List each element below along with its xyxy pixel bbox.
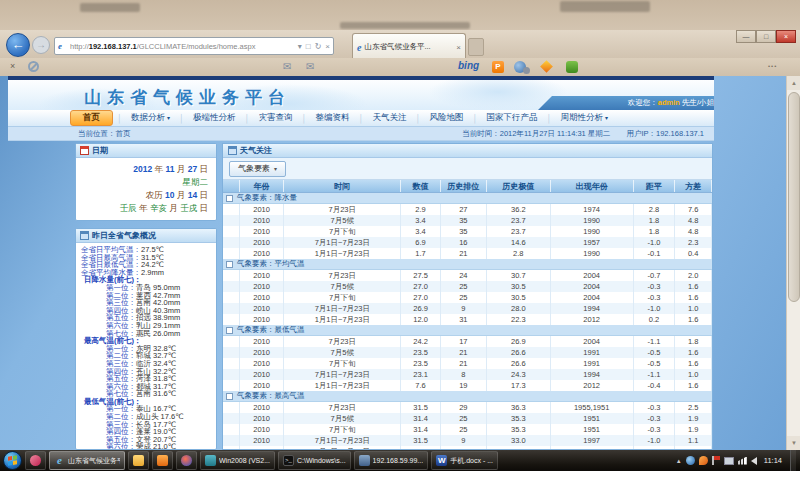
taskbar-button-pink[interactable] [25, 451, 46, 470]
column-header: 数值 [401, 180, 440, 192]
table-row[interactable]: 20107月23日2.92736.219742.87.6 [223, 204, 712, 215]
forward-button[interactable]: → [32, 36, 50, 54]
table-cell: 1.0 [675, 303, 712, 314]
table-row[interactable]: 20107月5候27.02530.52004-0.31.6 [223, 281, 712, 292]
taskbar-button-vm[interactable]: Win2008 (VS2... [200, 451, 275, 470]
url-text[interactable]: http://192.168.137.1/GLCCLIMATE/modules/… [70, 42, 294, 51]
table-row[interactable]: 20101月1日~7月23日1.7212.81990-0.10.4 [223, 248, 712, 259]
tab-close-icon[interactable]: × [456, 43, 461, 52]
date-segment: 10 [165, 190, 174, 200]
date-segment: 壬戌 [180, 203, 197, 213]
minimize-button[interactable]: — [736, 30, 756, 43]
browser-tab[interactable]: e 山东省气候业务平... × [352, 33, 466, 60]
nav-item-0[interactable]: 首页 [70, 110, 113, 126]
volume-icon[interactable] [751, 457, 757, 465]
nav-item-3[interactable]: 灾害查询 [250, 112, 302, 124]
community-icon[interactable] [566, 61, 578, 73]
compatibility-icon[interactable]: □ [306, 42, 311, 51]
start-button[interactable] [3, 451, 22, 470]
table-cell: 3.4 [401, 226, 440, 237]
table-group-row[interactable]: 气象要素：降水量 [223, 193, 712, 204]
send-mail-icon[interactable]: ✉ [306, 61, 314, 72]
table-row[interactable]: 20107月23日24.21726.92004-1.11.8 [223, 336, 712, 347]
action-center-flag-icon[interactable] [712, 456, 720, 465]
table-cell: 25 [441, 413, 487, 424]
nav-item-1[interactable]: 数据分析▾ [122, 112, 179, 124]
refresh-icon[interactable]: ↻ [315, 42, 322, 51]
table-cell: 2.8 [487, 248, 551, 259]
scroll-up-icon[interactable]: ▲ [787, 76, 800, 90]
table-row[interactable]: 20107月1日~7月23日6.91614.61957-1.02.3 [223, 237, 712, 248]
toolbar-close-icon[interactable]: × [10, 61, 15, 71]
toolbar-app-icon[interactable]: P [492, 61, 504, 73]
nav-item-5[interactable]: 天气关注 [364, 112, 416, 124]
taskbar-button-cmd[interactable]: >_C:\Windows\s... [278, 451, 351, 470]
table-row[interactable]: 20107月下旬31.42535.31951-0.31.9 [223, 424, 712, 435]
table-row[interactable]: 20101月1日~7月23日7.61917.32012-0.41.6 [223, 380, 712, 391]
taskbar-button-ie[interactable]: e山东省气候业务平... [49, 451, 125, 470]
scroll-down-icon[interactable]: ▼ [787, 436, 800, 450]
table-row[interactable]: 20107月1日~7月23日26.9928.01994-1.01.0 [223, 303, 712, 314]
checkbox[interactable] [226, 327, 233, 334]
nav-item-6[interactable]: 风险地图 [421, 112, 473, 124]
table-row[interactable]: 20107月1日~7月23日23.1824.31994-1.11.0 [223, 369, 712, 380]
table-row[interactable]: 20107月23日27.52430.72004-0.72.0 [223, 270, 712, 281]
taskbar-button-media[interactable] [176, 451, 197, 470]
taskbar-button-word[interactable]: W手机.docx - ... [431, 451, 498, 470]
table-row[interactable]: 20107月1日~7月23日31.5933.01997-1.01.1 [223, 435, 712, 446]
display-icon[interactable] [724, 457, 734, 465]
back-button[interactable]: ← [6, 33, 30, 57]
tray-globe-icon[interactable] [686, 456, 695, 465]
input-method-icon[interactable] [699, 456, 708, 465]
nav-item-2[interactable]: 极端性分析 [184, 112, 245, 124]
mail-icon[interactable]: ✉ [283, 61, 291, 72]
checkbox[interactable] [226, 261, 233, 268]
table-cell: 25 [441, 281, 487, 292]
current-time: 当前时间：2012年11月27日 11:14:31 星期二 [462, 129, 610, 138]
table-cell: -1.0 [634, 303, 676, 314]
taskbar-button-orange[interactable] [152, 451, 173, 470]
taskbar-clock[interactable]: 11:14 [764, 456, 782, 465]
stop-icon[interactable]: × [325, 42, 330, 51]
maximize-button[interactable]: □ [756, 30, 776, 43]
table-row[interactable]: 20101月1日~7月23日12.03122.320120.21.6 [223, 314, 712, 325]
network-icon[interactable] [738, 457, 747, 465]
table-group-row[interactable]: 气象要素：平均气温 [223, 259, 712, 270]
site-title: 山东省气候业务平台 [84, 86, 291, 109]
checkbox[interactable] [226, 393, 233, 400]
search-dropdown-icon[interactable]: ▾ [298, 42, 302, 51]
address-bar[interactable]: e http://192.168.137.1/GLCCLIMATE/module… [54, 37, 334, 55]
checkbox[interactable] [226, 195, 233, 202]
taskbar-button-folder[interactable] [128, 451, 149, 470]
nav-item-7[interactable]: 国家下行产品 [478, 112, 547, 124]
sparkle-icon[interactable] [540, 60, 553, 73]
table-cell: 33.0 [487, 435, 551, 446]
table-row[interactable]: 20107月23日31.52936.31955,1951-0.32.5 [223, 402, 712, 413]
nav-item-4[interactable]: 整编资料 [307, 112, 359, 124]
table-row[interactable]: 20107月5候3.43523.719901.84.8 [223, 215, 712, 226]
show-desktop-button[interactable] [790, 450, 796, 471]
messenger-icon[interactable] [514, 61, 526, 73]
element-dropdown-button[interactable]: 气象要素▾ [229, 161, 286, 177]
bing-logo[interactable]: bing [458, 60, 479, 71]
more-options-icon[interactable]: ••• [768, 63, 777, 69]
scrollbar-thumb[interactable] [788, 92, 800, 302]
table-cell: 2004 [551, 336, 634, 347]
table-group-row[interactable]: 气象要素：最高气温 [223, 391, 712, 402]
table-row[interactable]: 20107月下旬27.02530.52004-0.31.6 [223, 292, 712, 303]
table-cell: 2010 [240, 424, 284, 435]
table-cell: 1994 [551, 369, 634, 380]
vm-icon [205, 455, 216, 466]
table-row[interactable]: 20107月5候31.42535.31951-0.31.9 [223, 413, 712, 424]
table-cell: 24.3 [487, 369, 551, 380]
table-group-row[interactable]: 气象要素：最低气温 [223, 325, 712, 336]
table-row[interactable]: 20107月下旬23.52126.61991-0.51.6 [223, 358, 712, 369]
new-tab-button[interactable] [468, 38, 484, 56]
close-button[interactable]: × [776, 30, 796, 43]
table-row[interactable]: 20107月5候23.52126.61991-0.51.6 [223, 347, 712, 358]
table-row[interactable]: 20107月下旬3.43523.719901.84.8 [223, 226, 712, 237]
nav-item-8[interactable]: 周期性分析▾ [552, 112, 618, 124]
browser-scrollbar[interactable]: ▲ ▼ [786, 76, 800, 450]
taskbar-button-rdp[interactable]: 192.168.59.99... [354, 451, 429, 470]
hidden-icons-arrow[interactable]: ▲ [676, 458, 682, 464]
